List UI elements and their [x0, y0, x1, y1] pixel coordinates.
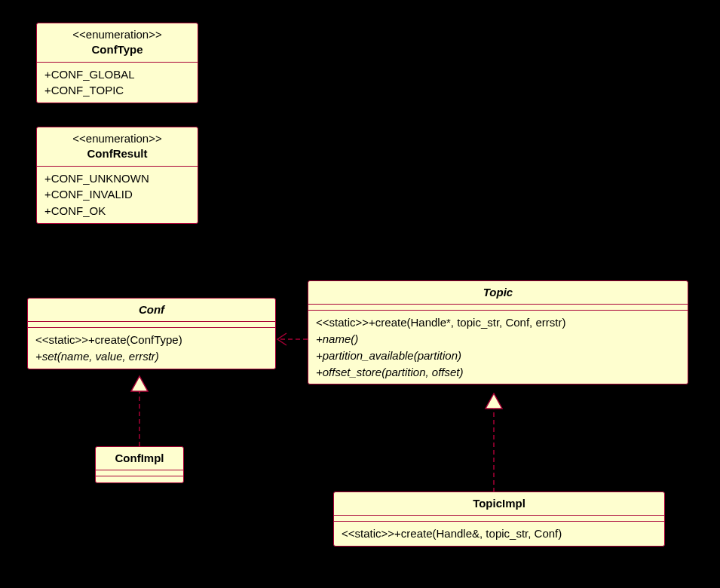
enum-confresult: <<enumeration>> ConfResult +CONF_UNKNOWN… [36, 127, 198, 224]
class-name: Conf [35, 302, 268, 317]
class-topic: Topic <<static>>+create(Handle*, topic_s… [308, 280, 688, 384]
enum-value: +CONF_OK [44, 203, 190, 219]
enum-conftype: <<enumeration>> ConfType +CONF_GLOBAL +C… [36, 23, 198, 103]
method: <<static>>+create(Handle*, topic_str, Co… [316, 314, 680, 331]
class-header: Conf [28, 299, 275, 322]
enum-values: +CONF_UNKNOWN +CONF_INVALID +CONF_OK [37, 167, 198, 223]
enum-header: <<enumeration>> ConfResult [37, 127, 198, 167]
method: +partition_available(partition) [316, 348, 680, 364]
empty-attrs [334, 516, 664, 522]
enum-name: ConfResult [44, 146, 190, 161]
class-header: Topic [308, 281, 688, 305]
enum-value: +CONF_TOPIC [44, 82, 190, 99]
empty-attrs [308, 305, 688, 311]
method: <<static>>+create(ConfType) [35, 332, 268, 348]
class-name: Topic [316, 285, 680, 300]
enum-name: ConfType [44, 42, 190, 57]
enum-value: +CONF_GLOBAL [44, 66, 190, 83]
realization-arrow [128, 375, 151, 447]
class-header: ConfImpl [96, 447, 183, 470]
class-topicimpl: TopicImpl <<static>>+create(Handle&, top… [333, 492, 665, 547]
empty-attrs [28, 322, 275, 328]
stereotype-label: <<enumeration>> [44, 131, 190, 146]
class-conf: Conf <<static>>+create(ConfType) +set(na… [27, 298, 276, 369]
realization-arrow [483, 392, 505, 493]
class-methods: <<static>>+create(Handle&, topic_str, Co… [334, 522, 664, 546]
class-confimpl: ConfImpl [95, 446, 184, 483]
stereotype-label: <<enumeration>> [44, 27, 190, 42]
method: +set(name, value, errstr) [35, 348, 268, 365]
method: +offset_store(partition, offset) [316, 364, 680, 381]
method: +name() [316, 331, 680, 348]
empty-methods [96, 476, 183, 482]
class-name: ConfImpl [103, 451, 176, 466]
empty-attrs [96, 470, 183, 476]
method: <<static>>+create(Handle&, topic_str, Co… [342, 525, 657, 542]
class-methods: <<static>>+create(Handle*, topic_str, Co… [308, 311, 688, 384]
dependency-arrow [276, 332, 309, 347]
enum-values: +CONF_GLOBAL +CONF_TOPIC [37, 63, 198, 103]
enum-value: +CONF_UNKNOWN [44, 170, 190, 187]
class-methods: <<static>>+create(ConfType) +set(name, v… [28, 328, 275, 369]
svg-marker-4 [486, 394, 502, 409]
svg-marker-2 [131, 376, 148, 391]
class-header: TopicImpl [334, 492, 664, 516]
enum-value: +CONF_INVALID [44, 186, 190, 203]
class-name: TopicImpl [342, 496, 657, 511]
enum-header: <<enumeration>> ConfType [37, 23, 198, 63]
